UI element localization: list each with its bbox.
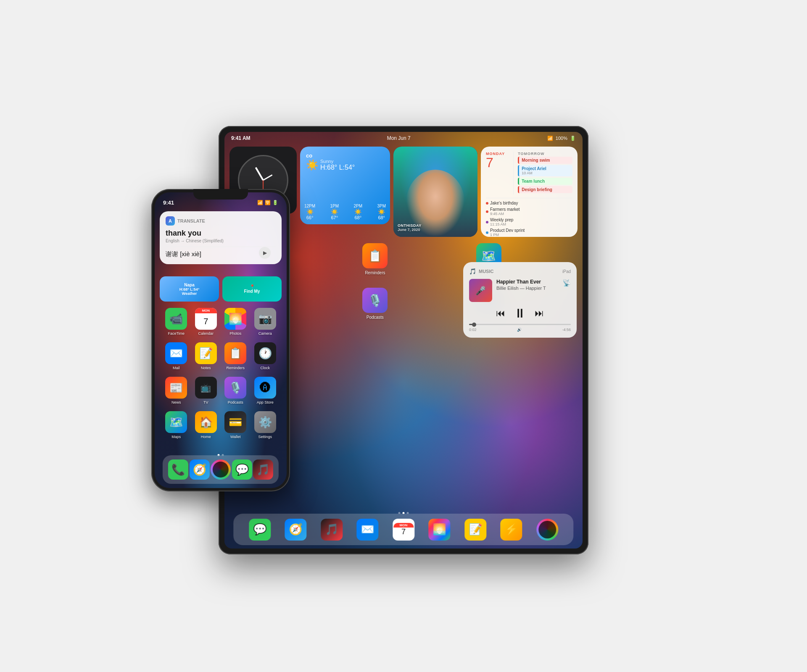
music-widget[interactable]: 🎵 Music iPad 🎤 Happier Than Ever Billie … [463,262,577,338]
mail-label: Mail [173,366,180,370]
iphone-photos[interactable]: 🌅 Photos [223,308,248,336]
iphone-device: 9:41 📶 🛜 🔋 A Translate thank you English… [151,189,290,491]
dock-siri-phone[interactable] [211,459,231,480]
wallet-icon: 💳 [224,411,246,433]
home-icon: 🏠 [195,411,217,433]
weather-condition: Sunny [320,159,355,164]
dock-photos[interactable]: 🌅 [428,519,450,541]
dock-safari[interactable]: 🧭 [285,519,307,541]
reminders-label: Reminders [365,270,385,275]
podcasts-label-phone: Podcasts [228,400,243,404]
dock-siri[interactable] [536,519,558,541]
appstore-icon: 🅐 [254,377,276,399]
music-progress-thumb [472,323,476,327]
iphone-reminders[interactable]: 📋 Reminders [223,342,248,370]
airplay-icon[interactable]: 📡 [562,279,571,302]
main-scene: 9:41 AM Mon Jun 7 📶 100% 🔋 co [151,105,656,567]
iphone-notes[interactable]: 📝 Notes [194,342,218,370]
settings-label: Settings [258,435,272,439]
weather-widget[interactable]: co ☀️ Sunny H:68° L:54° 12PM☀️66° 1PM☀️6… [300,147,390,224]
dock-phone[interactable]: 📞 [168,459,188,480]
iphone-wallet[interactable]: 💳 Wallet [223,411,248,439]
translate-lang-pair: English → Chinese (Simplified) [166,239,276,243]
iphone-tv[interactable]: 📺 TV [194,377,218,404]
cal-event-farmers: Farmers market 9:45 AM [486,207,572,216]
settings-icon: ⚙️ [254,411,276,433]
photo-widget[interactable]: ONTHISDAY June 7, 2020 [393,147,477,237]
music-album-art: 🎤 [469,279,492,302]
ipad-app-podcasts[interactable]: 🎙️ Podcasts [360,288,390,320]
ipad-status-bar: 9:41 AM Mon Jun 7 📶 100% 🔋 [224,132,583,144]
iphone-mini-widgets: Napa H:68° L:54° Weather 📍 Find My [160,276,282,302]
cal-event-weekly: Weekly prep 11:15 AM [486,218,572,226]
dock-calendar[interactable]: MON 7 [393,519,414,541]
cal-tomorrow-label: TOMORROW [518,152,572,156]
iphone-row-3: 📰 News 📺 TV 🎙️ Podcasts 🅐 App Store [161,377,280,404]
dock-messages[interactable]: 💬 [249,519,271,541]
maps-icon-phone: 🗺️ [165,411,187,433]
podcasts-icon: 🎙️ [362,288,388,313]
camera-label: Camera [258,331,272,336]
music-app-icon: 🎵 [469,268,476,275]
iphone-settings[interactable]: ⚙️ Settings [253,411,277,439]
music-info: Happier Than Ever Billie Eilish — Happie… [496,279,558,302]
music-time-current: 0:02 [469,328,477,332]
cal-event-sprint: Product Dev sprint 1 PM [486,228,572,237]
weather-city: co [306,152,384,159]
findmy-mini-widget[interactable]: 📍 Find My [222,276,282,302]
translate-widget[interactable]: A Translate thank you English → Chinese … [160,211,282,264]
ipad-app-reminders[interactable]: 📋 Reminders [360,243,390,275]
photos-label: Photos [229,331,241,336]
music-progress-bar[interactable] [469,324,571,325]
pause-button[interactable]: ⏸ [514,306,526,320]
mail-icon: ✉️ [165,342,187,364]
dock-messages-phone[interactable]: 💬 [232,459,252,480]
camera-icon: 📷 [254,308,276,330]
iphone-facetime[interactable]: 📹 FaceTime [164,308,188,336]
iphone-maps[interactable]: 🗺️ Maps [164,411,188,439]
weather-mini-widget[interactable]: Napa H:68° L:54° Weather [160,276,219,302]
cal-event-team-lunch: Team lunch [518,178,572,185]
home-label: Home [201,435,211,439]
dock-music-phone[interactable]: 🎵 [253,459,273,480]
music-title: Happier Than Ever [496,279,558,286]
iphone-screen: 9:41 📶 🛜 🔋 A Translate thank you English… [155,192,287,488]
dock-mail[interactable]: ✉️ [356,519,378,541]
weather-mini-label: Weather [182,291,197,296]
reminders-icon-phone: 📋 [224,342,246,364]
iphone-camera[interactable]: 📷 Camera [253,308,277,336]
dock-shortcuts[interactable]: ⚡ [500,519,522,541]
reminders-icon: 📋 [362,243,388,268]
music-source: iPad [562,269,571,274]
dock-notes[interactable]: 📝 [464,519,486,541]
iphone-clock[interactable]: 🕐 Clock [253,342,277,370]
iphone-mail[interactable]: ✉️ Mail [164,342,188,370]
iphone-dock: 📞 🧭 💬 🎵 [163,455,279,484]
cal-event-project-ariel: Project Ariel 10 AM [518,165,572,176]
iphone-home[interactable]: 🏠 Home [194,411,218,439]
ipad-status-right: 📶 100% 🔋 [547,136,576,141]
wifi-icon-phone: 🛜 [265,200,271,205]
siri-inner-phone [213,462,229,478]
reminders-label-phone: Reminders [226,366,245,370]
calendar-label: Calendar [198,331,214,336]
dock-music[interactable]: 🎵 [321,519,343,541]
iphone-podcasts[interactable]: 🎙️ Podcasts [223,377,248,404]
appstore-label: App Store [257,400,274,404]
iphone-news[interactable]: 📰 News [164,377,188,404]
rewind-button[interactable]: ⏮ [496,308,505,319]
music-app-label: Music [479,269,493,274]
iphone-calendar[interactable]: MON 7 Calendar [194,308,218,336]
clock-icon: 🕐 [254,342,276,364]
wallet-label: Wallet [230,435,241,439]
photo-label: ONTHISDAY June 7, 2020 [398,223,422,232]
iphone-appstore[interactable]: 🅐 App Store [253,377,277,404]
music-controls: ⏮ ⏸ ⏭ [469,306,571,320]
wifi-icon: 📶 [547,136,553,141]
weather-temp: H:68° L:54° [320,164,355,171]
fastforward-button[interactable]: ⏭ [535,308,544,319]
calendar-widget[interactable]: MONDAY 7 TOMORROW Morning swim Project A… [481,147,578,237]
dock-safari-phone[interactable]: 🧭 [190,459,210,480]
cal-today-num: 7 [486,156,505,169]
translate-play-button[interactable]: ▶ [259,247,271,259]
